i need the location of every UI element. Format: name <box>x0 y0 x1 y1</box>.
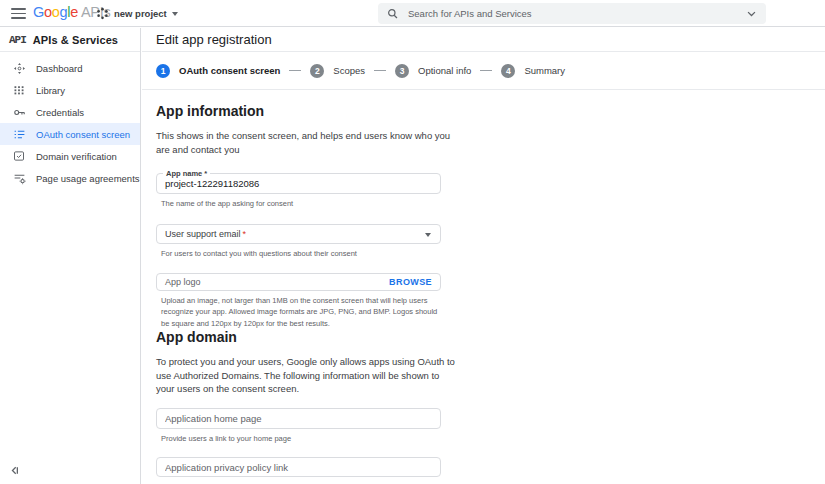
search-input[interactable] <box>406 7 746 20</box>
project-icon <box>96 7 109 20</box>
application-privacy-policy-input[interactable] <box>157 462 440 473</box>
sidebar-item-page-usage-agreements[interactable]: Page usage agreements <box>0 167 140 189</box>
sidebar-item-domain-verification[interactable]: Domain verification <box>0 145 140 167</box>
step-connector <box>374 70 386 71</box>
sidebar-item-library[interactable]: Library <box>0 79 140 101</box>
app-domain-description: To protect you and your users, Google on… <box>156 355 458 396</box>
sidebar-item-label: Dashboard <box>36 63 82 74</box>
search-icon <box>387 8 398 19</box>
app-information-description: This shows in the consent screen, and he… <box>156 129 458 157</box>
step-label: Optional info <box>418 65 471 76</box>
sidebar-item-credentials[interactable]: Credentials <box>0 101 140 123</box>
app-information-heading: App information <box>156 103 825 119</box>
home-page-helper: Provide users a link to your home page <box>161 433 441 444</box>
logo-letter: o <box>52 4 60 20</box>
search-expand-chevron-icon[interactable] <box>746 8 757 19</box>
step-label: OAuth consent screen <box>179 65 280 76</box>
step-connector <box>289 70 301 71</box>
api-product-icon: API <box>9 34 26 46</box>
app-logo-helper: Upload an image, not larger than 1MB on … <box>161 295 441 329</box>
home-page-field <box>156 408 441 429</box>
project-name: new project <box>114 8 167 19</box>
logo-letter: o <box>44 4 52 20</box>
form-content: App information This shows in the consen… <box>142 90 825 477</box>
project-selector[interactable]: new project <box>96 0 178 27</box>
sidebar-item-label: Page usage agreements <box>36 173 140 184</box>
user-support-email-field-group: User support email* For users to contact… <box>156 224 441 259</box>
privacy-policy-field <box>156 457 441 477</box>
main-content: Edit app registration 1 OAuth consent sc… <box>142 28 825 484</box>
app-name-input[interactable] <box>157 178 440 189</box>
library-icon <box>12 83 26 97</box>
app-name-label: App name * <box>163 169 210 178</box>
key-icon <box>12 105 26 119</box>
logo-letter: e <box>70 4 78 20</box>
browse-button[interactable]: BROWSE <box>389 274 432 290</box>
user-support-email-label: User support email* <box>157 229 246 239</box>
step-oauth-consent-screen[interactable]: 1 OAuth consent screen <box>156 64 280 78</box>
sidebar-item-label: OAuth consent screen <box>36 129 130 140</box>
dropdown-caret-icon <box>425 233 431 237</box>
agreements-gear-icon <box>12 171 26 185</box>
app-logo-field-group: App logo BROWSE Upload an image, not lar… <box>156 273 441 329</box>
app-header: GoogleAPIs new project <box>0 0 825 27</box>
step-number-badge: 2 <box>310 64 324 78</box>
application-home-page-input[interactable] <box>157 413 440 424</box>
step-optional-info[interactable]: 3 Optional info <box>395 64 471 78</box>
product-header: API APIs & Services <box>0 28 140 52</box>
step-number-badge: 1 <box>156 64 170 78</box>
user-support-email-select[interactable]: User support email* <box>156 224 441 244</box>
collapse-sidebar-icon[interactable] <box>8 463 22 477</box>
step-connector <box>480 70 492 71</box>
user-support-email-helper: For users to contact you with questions … <box>161 248 441 259</box>
step-number-badge: 3 <box>395 64 409 78</box>
domain-check-icon <box>12 149 26 163</box>
step-label: Scopes <box>333 65 365 76</box>
app-name-helper: The name of the app asking for consent <box>161 198 441 209</box>
sidebar-nav: Dashboard Library Credentials <box>0 52 140 189</box>
page-title-row: Edit app registration <box>142 28 825 52</box>
app-name-field: App name * <box>156 173 441 194</box>
home-page-field-group: Provide users a link to your home page <box>156 408 441 444</box>
stepper: 1 OAuth consent screen 2 Scopes 3 Option… <box>142 52 825 90</box>
page-title: Edit app registration <box>156 32 272 47</box>
search-bar[interactable] <box>378 3 766 24</box>
menu-icon[interactable] <box>11 8 26 19</box>
chevron-down-icon <box>172 12 178 16</box>
step-scopes[interactable]: 2 Scopes <box>310 64 365 78</box>
sidebar-item-label: Domain verification <box>36 151 117 162</box>
privacy-policy-field-group <box>156 457 441 477</box>
logo-letter: G <box>33 4 44 20</box>
app-name-field-group: App name * The name of the app asking fo… <box>156 173 441 209</box>
sidebar-item-label: Credentials <box>36 107 84 118</box>
sidebar-item-label: Library <box>36 85 65 96</box>
required-asterisk: * <box>243 229 247 239</box>
sidebar-item-dashboard[interactable]: Dashboard <box>0 57 140 79</box>
app-logo-label: App logo <box>157 277 201 287</box>
consent-list-icon <box>12 127 26 141</box>
sidebar: API APIs & Services Dashboard L <box>0 28 141 484</box>
app-logo-field: App logo BROWSE <box>156 273 441 291</box>
product-name: APIs & Services <box>33 34 118 46</box>
sidebar-item-oauth-consent-screen[interactable]: OAuth consent screen <box>0 123 140 145</box>
step-summary[interactable]: 4 Summary <box>501 64 565 78</box>
dashboard-icon <box>12 61 26 75</box>
step-number-badge: 4 <box>501 64 515 78</box>
app-domain-heading: App domain <box>156 329 825 345</box>
step-label: Summary <box>524 65 565 76</box>
